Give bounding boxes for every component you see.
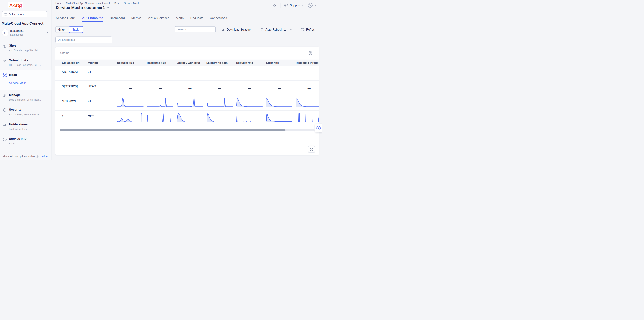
account-menu[interactable] bbox=[307, 2, 317, 8]
breadcrumb-home[interactable]: Home bbox=[56, 2, 62, 4]
sidebar-item-title: Mesh bbox=[9, 73, 17, 76]
page-title: Service Mesh: customer1 bbox=[56, 5, 105, 10]
sparkline-error-rate[interactable] bbox=[266, 97, 292, 107]
breadcrumb-app-connect[interactable]: Multi-Cloud App Connect bbox=[66, 2, 94, 4]
sparkline-response-throughput[interactable] bbox=[296, 97, 319, 107]
download-swagger-label: Download Swagger bbox=[227, 28, 252, 31]
column-header-request-rate[interactable]: Request rate bbox=[236, 61, 253, 64]
help-button[interactable]: ? bbox=[315, 124, 322, 132]
clock-icon bbox=[260, 28, 264, 31]
metric-cells: ——————— bbox=[56, 66, 319, 80]
column-header-latency-no-data[interactable]: Latency no data bbox=[206, 61, 228, 64]
search-input[interactable] bbox=[175, 26, 216, 32]
tab-dashboard[interactable]: Dashboard bbox=[110, 16, 125, 22]
sparkline-response-size[interactable] bbox=[147, 113, 173, 123]
sparkline-request-rate[interactable] bbox=[236, 113, 263, 123]
metric-empty-response-size: — bbox=[147, 72, 173, 75]
grid-icon bbox=[4, 12, 7, 16]
topbar-actions: Support bbox=[272, 2, 317, 8]
wrench-icon bbox=[2, 93, 7, 98]
main-content: Home › Multi-Cloud App Connect › custome… bbox=[52, 0, 322, 160]
sparkline-response-throughput[interactable] bbox=[296, 113, 319, 123]
sidebar-item-service-info[interactable]: Service Info About bbox=[0, 134, 52, 148]
mesh-expand-button[interactable] bbox=[308, 146, 315, 152]
namespace-avatar: C bbox=[2, 29, 9, 36]
breadcrumb-mesh[interactable]: Mesh bbox=[114, 2, 120, 4]
metric-empty-response-throughput: — bbox=[296, 72, 319, 75]
sidebar-item-manage[interactable]: Manage Load Balancers, Virtual Host... bbox=[0, 90, 52, 105]
table-row[interactable]: $$STATIC$$ HEAD ——————— bbox=[56, 81, 319, 95]
view-toggle: Graph Table bbox=[56, 26, 83, 33]
lifebuoy-icon bbox=[284, 3, 288, 7]
column-header-collapsed-url[interactable]: Collapsed url bbox=[62, 61, 80, 64]
table-body: $$STATIC$$ GET ——————— $$STATIC$$ HEAD —… bbox=[56, 66, 319, 126]
sparkline-request-size[interactable] bbox=[117, 113, 144, 123]
sparkline-request-rate[interactable] bbox=[236, 97, 263, 107]
chevron-down-icon bbox=[290, 28, 292, 31]
sidebar-item-mesh[interactable]: Mesh Service Mesh bbox=[0, 70, 52, 90]
service-section-title: Multi-Cloud App Connect bbox=[2, 21, 43, 26]
endpoint-filter-value: All Endpoints bbox=[58, 38, 107, 41]
tab-virtual-services[interactable]: Virtual Services bbox=[148, 16, 169, 22]
table-settings-gear-icon[interactable] bbox=[308, 51, 312, 55]
sparkline-error-rate[interactable] bbox=[266, 113, 292, 123]
items-count: 4 items bbox=[60, 51, 69, 54]
sparkline-latency-no-data[interactable] bbox=[206, 113, 233, 123]
sidebar-item-subtitle: App Site Map, App Site List, ... bbox=[9, 49, 41, 52]
chevron-down-icon bbox=[314, 4, 317, 7]
chevron-down-icon[interactable] bbox=[106, 6, 109, 9]
column-header-method[interactable]: Method bbox=[88, 61, 98, 64]
horizontal-scrollbar[interactable] bbox=[60, 129, 314, 131]
column-header-response-throughput[interactable]: Response throughput bbox=[296, 61, 319, 64]
graph-view-button[interactable]: Graph bbox=[56, 26, 69, 33]
notifications-bell-icon[interactable] bbox=[272, 3, 277, 8]
metric-empty-latency-with-data: — bbox=[177, 86, 203, 90]
table-row[interactable]: / GET bbox=[56, 111, 319, 126]
table-row[interactable]: /128B.html GET bbox=[56, 95, 319, 111]
tab-connections[interactable]: Connections bbox=[210, 16, 227, 22]
info-icon bbox=[2, 137, 7, 142]
table-view-button[interactable]: Table bbox=[69, 26, 83, 33]
table-row[interactable]: $$STATIC$$ GET ——————— bbox=[56, 66, 319, 81]
support-menu[interactable]: Support bbox=[284, 3, 304, 7]
sidebar-link-service-mesh[interactable]: Service Mesh bbox=[9, 81, 26, 85]
hide-nav-button[interactable]: Hide bbox=[42, 155, 48, 158]
tab-api-endpoints[interactable]: API Endpoints bbox=[82, 16, 103, 22]
column-header-error-rate[interactable]: Error rate bbox=[266, 61, 279, 64]
metric-empty-latency-with-data: — bbox=[177, 72, 203, 75]
tab-metrics[interactable]: Metrics bbox=[131, 16, 141, 22]
metric-cells bbox=[56, 111, 319, 126]
sidebar-item-subtitle: About bbox=[9, 142, 15, 145]
tab-service-graph[interactable]: Service Graph bbox=[56, 16, 76, 22]
download-icon bbox=[222, 28, 225, 31]
download-swagger-button[interactable]: Download Swagger bbox=[222, 28, 252, 31]
tab-alerts[interactable]: Alerts bbox=[176, 16, 184, 22]
sparkline-latency-no-data[interactable] bbox=[206, 97, 233, 107]
column-header-request-size[interactable]: Request size bbox=[117, 61, 134, 64]
column-header-response-size[interactable]: Response size bbox=[147, 61, 166, 64]
metric-empty-latency-no-data: — bbox=[206, 86, 233, 90]
brand-logo: A-Stg bbox=[8, 2, 23, 8]
advanced-nav-footer: Advanced nav options visible Hide bbox=[0, 153, 52, 160]
sidebar-item-notifications[interactable]: Notifications Alerts, Audit Logs bbox=[0, 119, 52, 134]
refresh-button[interactable]: Refresh bbox=[301, 28, 316, 31]
tab-requests[interactable]: Requests bbox=[190, 16, 203, 22]
sparkline-response-size[interactable] bbox=[147, 97, 173, 107]
auto-refresh-dropdown[interactable]: Auto-Refresh: 1m bbox=[260, 28, 292, 31]
sidebar-item-title: Security bbox=[9, 108, 21, 111]
sidebar-item-virtual-hosts[interactable]: Virtual Hosts HTTP Load Balancers, TCP .… bbox=[0, 55, 52, 70]
sidebar-item-security[interactable]: Security App Firewall, Service Policie..… bbox=[0, 105, 52, 119]
select-service-dropdown[interactable]: Select service bbox=[2, 11, 47, 17]
namespace-selector[interactable]: C customer1 Namespace bbox=[0, 28, 52, 39]
tab-bar: Service Graph API Endpoints Dashboard Me… bbox=[56, 16, 227, 22]
breadcrumb-service-mesh[interactable]: Service Mesh bbox=[124, 2, 140, 4]
sparkline-latency-with-data[interactable] bbox=[177, 113, 203, 123]
sparkline-latency-with-data[interactable] bbox=[177, 97, 203, 107]
sparkline-request-size[interactable] bbox=[117, 97, 144, 107]
column-header-latency-with-data[interactable]: Latency with data bbox=[176, 61, 200, 64]
endpoint-filter-dropdown[interactable]: All Endpoints bbox=[56, 36, 112, 43]
endpoints-table-card: 4 items Collapsed url Method Request siz… bbox=[56, 47, 319, 155]
breadcrumb-customer1[interactable]: customer1 bbox=[98, 2, 110, 4]
sidebar-item-sites[interactable]: Sites App Site Map, App Site List, ... bbox=[0, 41, 52, 55]
scrollbar-thumb[interactable] bbox=[60, 129, 286, 131]
